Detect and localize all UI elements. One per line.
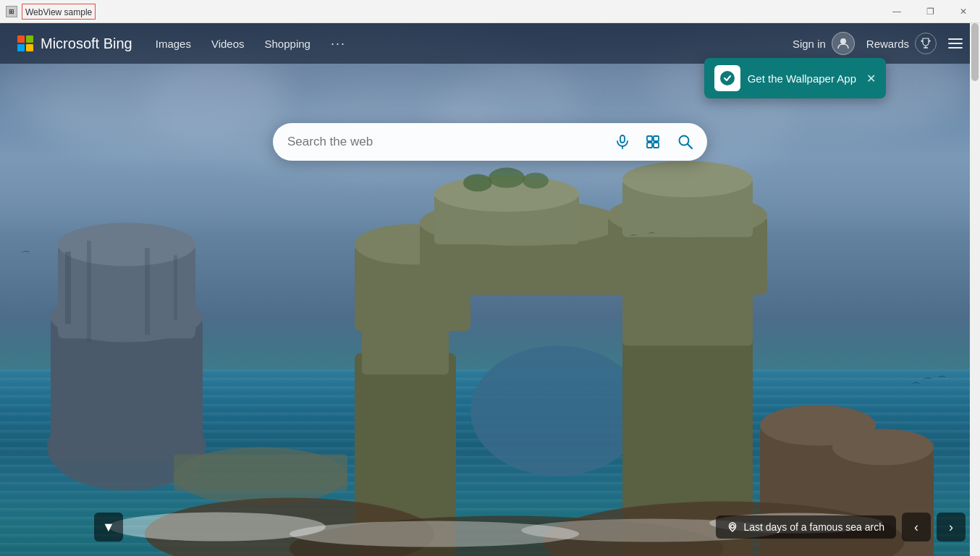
signin-button[interactable]: Sign in xyxy=(793,32,855,55)
scrollbar[interactable] xyxy=(970,23,980,556)
svg-text:⌒: ⌒ xyxy=(912,382,921,392)
search-button[interactable] xyxy=(669,126,701,158)
navbar-right: Sign in Rewards xyxy=(793,32,963,55)
wallpaper-popup-close[interactable]: ✕ xyxy=(866,72,876,85)
sq-red xyxy=(17,35,25,43)
svg-point-23 xyxy=(470,346,644,476)
location-label[interactable]: Last days of a famous sea arch xyxy=(716,515,896,539)
nav-shopping[interactable]: Shopping xyxy=(265,38,311,50)
svg-point-21 xyxy=(489,168,525,188)
nav-more-button[interactable]: ··· xyxy=(331,36,346,51)
visual-search-button[interactable] xyxy=(639,128,667,156)
svg-text:⌒: ⌒ xyxy=(937,375,947,386)
svg-point-51 xyxy=(720,71,735,85)
svg-rect-57 xyxy=(654,143,659,148)
svg-rect-5 xyxy=(65,252,71,324)
next-image-button[interactable]: › xyxy=(937,513,966,542)
svg-rect-54 xyxy=(647,136,652,141)
bottom-right: Last days of a famous sea arch ‹ › xyxy=(716,513,966,542)
minimize-button[interactable]: — xyxy=(880,0,913,23)
wallpaper-popup: Get the Wallpaper App ✕ xyxy=(704,58,886,98)
rewards-icon xyxy=(915,33,937,54)
search-icon xyxy=(677,134,693,150)
location-icon xyxy=(727,522,738,532)
nav-links: Images Videos Shopping ··· xyxy=(156,36,346,51)
svg-rect-10 xyxy=(174,455,347,491)
app-icon: ⊞ xyxy=(6,6,17,17)
sq-blue xyxy=(17,44,25,51)
rewards-button[interactable]: Rewards xyxy=(866,33,937,54)
prev-arrow-icon: ‹ xyxy=(914,520,918,535)
ham-line1 xyxy=(948,38,963,40)
voice-search-button[interactable] xyxy=(609,128,636,156)
svg-text:⌒: ⌒ xyxy=(19,250,30,261)
svg-text:⌒: ⌒ xyxy=(630,234,638,243)
bottom-left: ▼ xyxy=(94,513,123,542)
background: ⌒ ⌒ ⌒ ⌒ ⌒ ⌒ xyxy=(0,23,980,556)
ham-line2 xyxy=(948,43,963,44)
svg-text:⌒: ⌒ xyxy=(648,232,656,240)
title-bar: ⊞ WebView sample — ❐ ✕ xyxy=(0,0,980,23)
search-input[interactable] xyxy=(287,135,609,149)
svg-point-48 xyxy=(840,38,846,44)
svg-point-20 xyxy=(463,174,492,192)
scroll-down-icon: ▼ xyxy=(102,520,115,535)
search-box xyxy=(273,123,707,161)
svg-rect-56 xyxy=(647,143,652,148)
user-icon xyxy=(837,37,850,50)
svg-rect-6 xyxy=(87,241,91,342)
trophy-icon xyxy=(919,37,932,50)
nav-videos[interactable]: Videos xyxy=(211,38,245,50)
svg-point-38 xyxy=(109,513,326,542)
wallpaper-icon xyxy=(714,65,740,91)
wallpaper-app-icon xyxy=(719,70,736,87)
title-bar-left: ⊞ WebView sample xyxy=(0,4,96,20)
microphone-icon xyxy=(615,135,630,149)
svg-point-60 xyxy=(731,525,735,528)
svg-point-34 xyxy=(832,429,934,466)
svg-point-22 xyxy=(523,173,549,189)
next-arrow-icon: › xyxy=(949,520,953,535)
sq-green xyxy=(26,35,33,43)
nav-images[interactable]: Images xyxy=(156,38,191,50)
bing-logo[interactable]: Microsoft Bing xyxy=(17,35,132,52)
svg-line-59 xyxy=(688,144,692,148)
camera-search-icon xyxy=(646,135,660,149)
ham-line3 xyxy=(948,47,963,49)
sq-yellow xyxy=(26,44,33,51)
navbar-left: Microsoft Bing Images Videos Shopping ··… xyxy=(17,35,346,52)
title-box: WebView sample xyxy=(22,4,96,20)
svg-text:⌒: ⌒ xyxy=(923,376,933,388)
rock-arch: ⌒ ⌒ ⌒ ⌒ ⌒ ⌒ xyxy=(0,103,980,556)
search-container xyxy=(273,123,707,161)
bing-squares-icon xyxy=(17,35,33,51)
signin-label: Sign in xyxy=(793,38,826,50)
svg-rect-55 xyxy=(654,136,659,141)
scrollbar-thumb[interactable] xyxy=(971,23,979,81)
location-caption: Last days of a famous sea arch xyxy=(743,521,884,533)
rewards-label: Rewards xyxy=(866,38,909,50)
svg-rect-52 xyxy=(620,135,625,143)
svg-point-30 xyxy=(622,161,753,198)
svg-rect-8 xyxy=(174,256,177,321)
scroll-down-button[interactable]: ▼ xyxy=(94,513,123,542)
title-bar-controls: — ❐ ✕ xyxy=(880,0,980,23)
close-button[interactable]: ✕ xyxy=(947,0,980,23)
bing-logo-text: Microsoft Bing xyxy=(41,35,132,52)
search-icons xyxy=(609,126,701,158)
restore-button[interactable]: ❐ xyxy=(913,0,947,23)
window-title: WebView sample xyxy=(25,7,92,17)
svg-rect-7 xyxy=(145,248,150,335)
prev-image-button[interactable]: ‹ xyxy=(902,513,931,542)
hamburger-button[interactable] xyxy=(948,38,963,49)
wallpaper-popup-label[interactable]: Get the Wallpaper App xyxy=(748,72,856,85)
avatar-circle xyxy=(832,32,855,55)
